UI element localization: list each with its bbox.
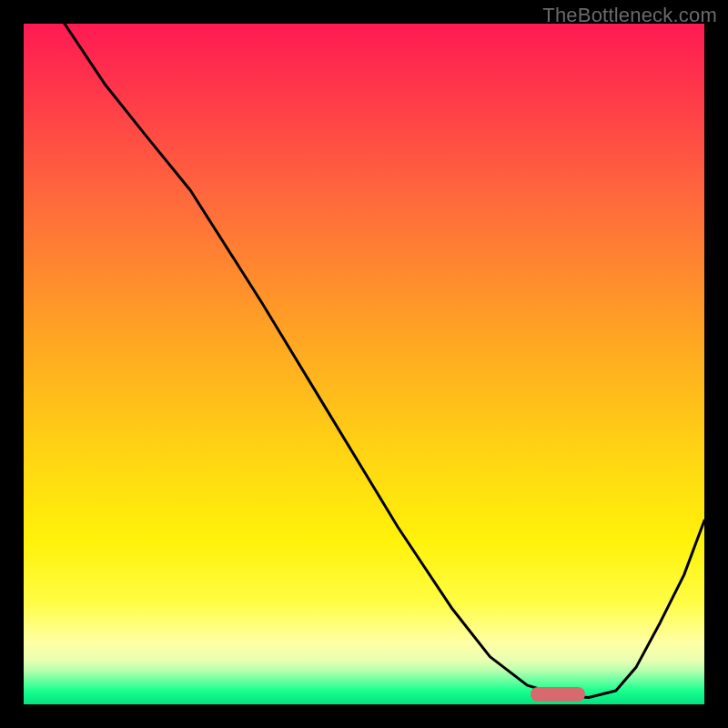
series-curve	[24, 24, 704, 704]
credit-label: TheBottleneck.com	[542, 4, 717, 27]
result-marker	[531, 687, 585, 702]
plot-area	[24, 24, 704, 704]
chart-frame: TheBottleneck.com	[0, 0, 728, 728]
